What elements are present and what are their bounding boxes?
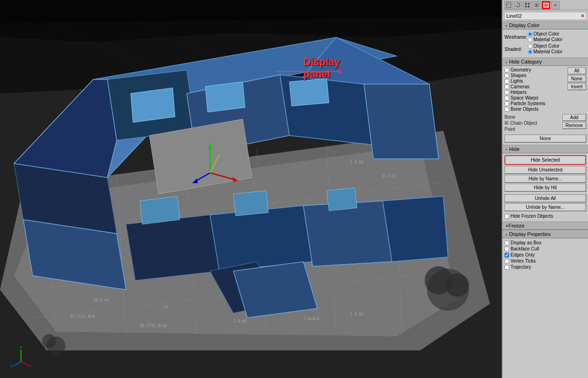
shaded-option-2[interactable]: Material Color	[528, 49, 562, 54]
wireframe-object-color-radio[interactable]	[528, 32, 532, 36]
svg-point-80	[536, 4, 538, 6]
none-main-button[interactable]: None	[504, 135, 586, 143]
unhide-all-button[interactable]: Unhide All	[504, 194, 586, 202]
svg-marker-35	[327, 188, 357, 211]
shaded-radio-group: Object Color Material Color	[528, 43, 562, 55]
hide-category-header[interactable]: - Hide Category	[503, 57, 588, 66]
svg-text:B5.7/11.4×16: B5.7/11.4×16	[140, 324, 167, 328]
space-warps-row: Space Warps	[504, 95, 566, 100]
svg-marker-34	[233, 191, 268, 216]
bone-item: Bone	[504, 114, 561, 120]
svg-text:0.3 21: 0.3 21	[383, 174, 396, 178]
shaded-option-1[interactable]: Object Color	[528, 43, 562, 49]
hide-header[interactable]: - Hide	[503, 145, 588, 153]
toolbar-row	[503, 0, 588, 10]
shaded-object-color-label: Object Color	[533, 43, 560, 49]
display-properties-content: Display as Box Backface Cull Edges Only …	[503, 238, 588, 272]
display-properties-title: Display Properties	[509, 231, 551, 237]
right-panel: Line02 × - Display Color Wireframe: Obje…	[502, 0, 588, 378]
bone-add-remove-row: Bone IK Chain Object Point Add Remove	[504, 114, 586, 132]
hide-frozen-checkbox[interactable]	[504, 214, 509, 219]
svg-line-68	[21, 362, 30, 366]
display-annotation: Display panel	[303, 56, 340, 81]
particle-systems-label: Particle Systems	[511, 101, 545, 106]
lights-checkbox[interactable]	[504, 79, 509, 84]
svg-marker-26	[383, 196, 448, 262]
toolbar-icon-display-active[interactable]	[542, 1, 550, 9]
scene-svg: B5.7/11.4×6 B5.7/11.4×16 1.0 m2 2.0×4×4 …	[0, 0, 502, 378]
bone-objects-row: Bone Objects	[504, 107, 566, 112]
unhide-by-name-button[interactable]: Unhide by Name...	[504, 203, 586, 211]
shapes-checkbox[interactable]	[504, 73, 509, 78]
toolbar-icon-3[interactable]	[523, 1, 532, 9]
trajectory-row: Trajectory	[504, 264, 586, 270]
hide-by-name-button[interactable]: Hide by Name...	[504, 175, 586, 183]
space-warps-checkbox[interactable]	[504, 96, 509, 100]
geometry-checkbox[interactable]	[504, 68, 509, 72]
add-button[interactable]: Add	[562, 114, 586, 121]
svg-text:C4: C4	[163, 305, 168, 309]
wireframe-material-color-radio[interactable]	[528, 37, 532, 42]
edges-only-checkbox[interactable]	[504, 253, 509, 257]
all-button[interactable]: All	[567, 67, 586, 74]
geometry-label: Geometry	[511, 67, 531, 72]
backface-cull-checkbox[interactable]	[504, 247, 509, 251]
hide-frozen-row: Hide Frozen Objects	[504, 214, 586, 219]
svg-marker-23	[126, 215, 219, 280]
edges-only-label: Edges Only	[511, 252, 535, 257]
toolbar-icon-1[interactable]	[504, 1, 513, 9]
shaded-material-color-radio[interactable]	[528, 50, 532, 54]
ik-chain-item: IK Chain Object	[504, 120, 561, 126]
svg-point-57	[42, 334, 56, 348]
wireframe-object-color-label: Object Color	[533, 31, 560, 36]
svg-marker-28	[233, 262, 317, 318]
shaded-object-color-radio[interactable]	[528, 44, 532, 49]
display-color-title: Display Color	[509, 22, 539, 28]
none-button-cat[interactable]: None	[567, 75, 586, 82]
3d-viewport: B5.7/11.4×6 B5.7/11.4×16 1.0 m2 2.0×4×4 …	[0, 0, 502, 378]
remove-button[interactable]: Remove	[562, 122, 586, 129]
shaded-row: Shaded: Object Color Material Color	[504, 43, 586, 55]
toolbar-icon-4[interactable]	[532, 1, 541, 9]
hide-selected-button[interactable]: Hide Selected	[504, 155, 586, 165]
svg-marker-32	[289, 78, 329, 106]
svg-marker-65	[336, 70, 341, 73]
wireframe-option-2[interactable]: Material Color	[528, 37, 562, 42]
svg-rect-81	[544, 3, 548, 7]
svg-rect-78	[528, 6, 530, 7]
particle-systems-checkbox[interactable]	[504, 101, 509, 106]
trajectory-checkbox[interactable]	[504, 265, 509, 270]
helpers-checkbox[interactable]	[504, 90, 509, 95]
svg-text:1.3 m2: 1.3 m2	[350, 312, 364, 316]
freeze-header[interactable]: + Freeze	[503, 221, 588, 230]
cameras-checkbox[interactable]	[504, 85, 509, 89]
hide-unselected-button[interactable]: Hide Unselected	[504, 166, 586, 174]
close-button[interactable]: ×	[581, 13, 584, 19]
svg-rect-72	[506, 3, 511, 7]
geometry-row: Geometry	[504, 67, 566, 72]
svg-text:2.0×4×4: 2.0×4×4	[303, 317, 319, 321]
display-as-box-row: Display as Box	[504, 240, 586, 245]
display-properties-header[interactable]: - Display Properties	[503, 230, 588, 238]
display-color-header[interactable]: - Display Color	[503, 21, 588, 29]
hide-by-hit-button[interactable]: Hide by Hit	[504, 184, 586, 192]
bone-objects-checkbox[interactable]	[504, 107, 509, 112]
wireframe-label: Wireframe:	[504, 35, 528, 40]
toolbar-icon-6[interactable]	[551, 1, 560, 9]
helpers-row: Helpers	[504, 90, 566, 95]
wireframe-option-1[interactable]: Object Color	[528, 31, 562, 36]
svg-text:Z: Z	[10, 364, 13, 368]
wireframe-row: Wireframe: Object Color Material Color	[504, 31, 586, 43]
toolbar-icon-2[interactable]	[514, 1, 522, 9]
hide-category-content: Geometry Shapes Lights Cameras Helpers	[503, 66, 588, 145]
display-as-box-label: Display as Box	[511, 240, 541, 245]
hide-collapse: -	[505, 146, 507, 152]
space-warps-label: Space Warps	[511, 95, 539, 100]
shapes-row: Shapes	[504, 73, 566, 78]
vertex-ticks-checkbox[interactable]	[504, 259, 509, 264]
hide-content: Hide Selected Hide Unselected Hide by Na…	[503, 153, 588, 221]
display-as-box-checkbox[interactable]	[504, 241, 509, 245]
backface-cull-row: Backface Cull	[504, 246, 586, 251]
invert-button[interactable]: Invert	[567, 83, 586, 90]
hide-title: Hide	[509, 146, 520, 152]
